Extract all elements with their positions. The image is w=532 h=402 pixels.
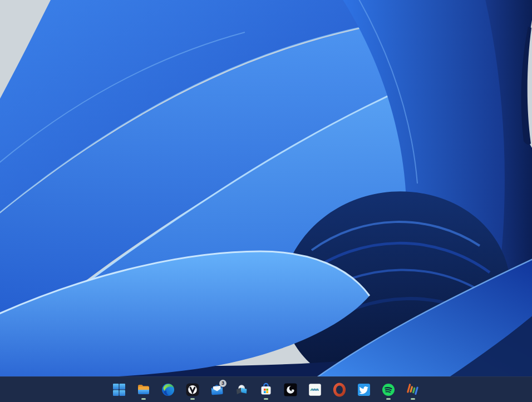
wave-squiggle-icon xyxy=(308,383,322,397)
folder-icon xyxy=(136,383,151,397)
twitter-bird-icon xyxy=(357,383,371,397)
running-indicator xyxy=(141,398,146,400)
store-bag-icon xyxy=(259,383,273,397)
windows-logo-icon xyxy=(112,383,126,397)
desktop[interactable]: 3 xyxy=(0,0,532,402)
running-indicator xyxy=(264,398,268,400)
running-indicator xyxy=(411,398,415,400)
taskbar-button-microsoft-store[interactable] xyxy=(257,379,275,401)
running-indicator xyxy=(190,398,195,400)
sphere-in-box-icon xyxy=(234,383,249,397)
taskbar-button-vivaldi[interactable] xyxy=(184,379,201,401)
taskbar-button-twitter[interactable] xyxy=(355,379,373,401)
taskbar-button-mail[interactable]: 3 xyxy=(208,379,226,401)
taskbar: 3 xyxy=(0,376,532,402)
taskbar-button-edge[interactable] xyxy=(159,379,177,401)
wallpaper-bloom xyxy=(0,0,532,402)
edge-browser-icon xyxy=(161,383,175,397)
taskbar-button-color-bars-app[interactable] xyxy=(404,379,422,401)
crescent-icon xyxy=(283,383,298,397)
opera-ring-icon xyxy=(332,383,347,397)
vivaldi-icon xyxy=(185,383,200,397)
running-indicator xyxy=(386,398,391,400)
taskbar-button-file-explorer[interactable] xyxy=(135,379,152,401)
color-bars-icon xyxy=(406,383,420,397)
taskbar-pinned-apps: 3 xyxy=(110,379,422,401)
taskbar-button-wave-app[interactable] xyxy=(306,379,324,401)
taskbar-button-dark-crescent-app[interactable] xyxy=(282,379,299,401)
unread-count-badge: 3 xyxy=(219,380,226,387)
taskbar-button-start[interactable] xyxy=(110,379,128,401)
spotify-icon xyxy=(381,383,396,397)
taskbar-button-spotify[interactable] xyxy=(380,379,397,401)
taskbar-button-opera[interactable] xyxy=(331,379,348,401)
taskbar-button-sphere-box-app[interactable] xyxy=(233,379,250,401)
